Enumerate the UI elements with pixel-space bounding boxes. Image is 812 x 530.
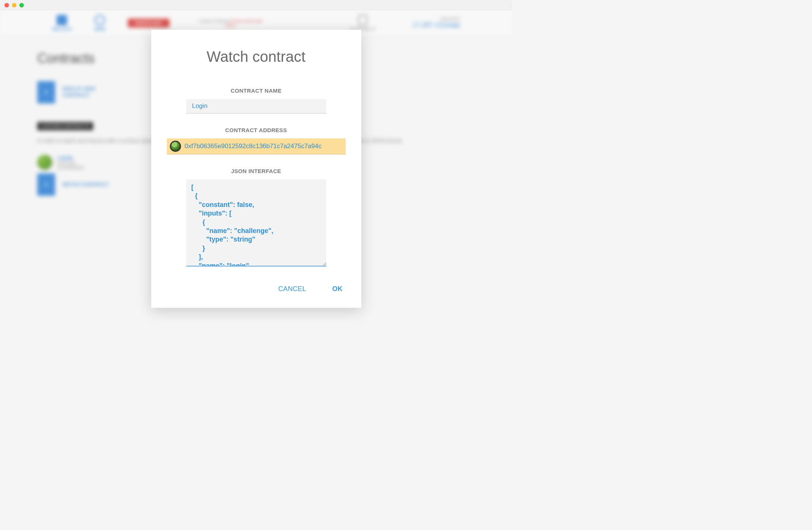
nav-send-label: SEND (94, 27, 106, 31)
watch-contract-label: WATCH CONTRACT (63, 182, 108, 188)
contract-item-balance: 0.00 ether (57, 161, 88, 165)
send-icon (95, 15, 105, 25)
contracts-icon (358, 15, 367, 25)
nav-send[interactable]: SEND (94, 15, 106, 31)
contract-address-input[interactable] (185, 143, 343, 150)
contract-item-name: LOGIN (57, 155, 88, 161)
network-badge[interactable]: PRIVATE-NET (128, 19, 169, 28)
json-interface-input[interactable] (186, 179, 326, 266)
zoom-window-icon[interactable] (19, 3, 24, 7)
window-chrome (0, 0, 512, 10)
nav-wallets-label: WALLETS (52, 27, 72, 31)
balance-display: BALANCE 17,397.13 ETHER (413, 17, 460, 29)
contract-name-label: CONTRACT NAME (166, 87, 346, 94)
plus-icon: + (37, 173, 55, 196)
deploy-contract-label: DEPLOY NEW CONTRACT (63, 86, 100, 99)
identicon-icon (37, 155, 52, 170)
contract-name-input[interactable] (186, 99, 326, 114)
close-window-icon[interactable] (4, 3, 9, 7)
contract-item-address: 0xf7b06365e9… (57, 165, 88, 170)
custom-contracts-heading: CUSTOM CONTRACTS (37, 122, 93, 130)
sync-status: 0 peers 0 blocks 0 hours since last bloc… (199, 19, 262, 28)
identicon-icon (170, 141, 181, 152)
cancel-button[interactable]: CANCEL (278, 285, 306, 293)
contract-address-field[interactable] (167, 138, 346, 154)
nav-wallets[interactable]: WALLETS (52, 15, 72, 31)
contract-address-label: CONTRACT ADDRESS (166, 127, 346, 133)
watch-contract-modal: Watch contract CONTRACT NAME CONTRACT AD… (151, 30, 361, 308)
wallet-icon (57, 15, 67, 25)
minimize-window-icon[interactable] (12, 3, 16, 7)
json-interface-label: JSON INTERFACE (166, 168, 346, 174)
ok-button[interactable]: OK (332, 285, 343, 293)
modal-title: Watch contract (166, 48, 346, 65)
plus-icon: + (37, 81, 55, 103)
modal-actions: CANCEL OK (166, 285, 346, 293)
nav-contracts[interactable]: CONTRACTS (350, 15, 375, 31)
